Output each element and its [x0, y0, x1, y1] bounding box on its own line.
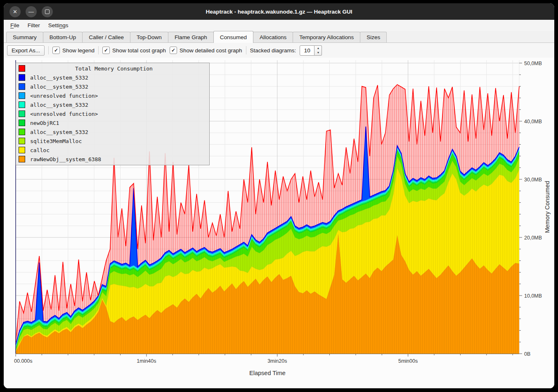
legend-item: sqlite3MemMalloc — [16, 136, 209, 146]
legend-label: alloc__system_5332 — [30, 129, 88, 135]
legend-item: <unresolved function> — [16, 91, 209, 100]
legend-swatch — [19, 120, 25, 126]
stacked-diagrams-label: Stacked diagrams: — [250, 47, 296, 54]
legend-label: <unresolved function> — [30, 111, 98, 117]
chart-area: 00.000s1min40s3min20s5min00s0B10,0MB20,0… — [4, 58, 554, 388]
svg-text:20,0MB: 20,0MB — [524, 235, 542, 241]
legend-swatch — [19, 147, 25, 153]
svg-text:00.000s: 00.000s — [14, 358, 32, 364]
legend-swatch — [19, 101, 25, 108]
heaptrack-window: ✕— Heaptrack - heaptrack.wakunode.1.gz —… — [4, 3, 554, 388]
tab-summary[interactable]: Summary — [6, 32, 43, 42]
svg-text:10,0MB: 10,0MB — [524, 293, 542, 299]
legend-swatch — [19, 83, 25, 90]
legend-item: Total Memory Consumption — [16, 64, 209, 73]
tab-flame-graph[interactable]: Flame Graph — [168, 32, 214, 42]
checkbox-show-legend[interactable]: ✓Show legend — [52, 47, 95, 54]
checkbox-label: Show detailed cost graph — [180, 47, 242, 54]
legend-swatch — [19, 74, 25, 81]
stacked-diagrams-value[interactable]: 10 — [300, 45, 314, 56]
svg-text:5min00s: 5min00s — [398, 358, 418, 364]
checkbox-show-total-cost-graph[interactable]: ✓Show total cost graph — [102, 47, 166, 54]
legend-label: sqlite3MemMalloc — [30, 138, 82, 144]
svg-text:1min40s: 1min40s — [137, 358, 156, 364]
toolbar-separator — [98, 46, 99, 54]
toolbar: Export As... ✓Show legend✓Show total cos… — [4, 43, 554, 58]
legend-label: alloc__system_5332 — [30, 75, 88, 81]
svg-text:0B: 0B — [524, 351, 530, 357]
stacked-diagrams-spinbox[interactable]: 10 ▲ ▼ — [300, 45, 322, 56]
window-controls: ✕— — [9, 3, 53, 20]
legend-item: newObjRC1 — [16, 118, 209, 127]
legend-item: rawNewObj__system_6388 — [16, 155, 209, 164]
svg-text:40,0MB: 40,0MB — [524, 119, 542, 124]
y-axis-title: Memory Consumed — [544, 181, 551, 233]
menubar: FileFilterSettings — [4, 20, 554, 31]
tab-bar: SummaryBottom-UpCaller / CalleeTop-DownF… — [4, 31, 554, 43]
legend-swatch — [19, 65, 25, 72]
toolbar-separator — [48, 46, 49, 54]
legend-swatch — [19, 156, 25, 162]
legend-item: alloc__system_5332 — [16, 82, 209, 91]
x-axis-title: Elapsed Time — [249, 370, 286, 376]
tab-caller-callee[interactable]: Caller / Callee — [82, 32, 130, 42]
toolbar-separator — [246, 46, 246, 54]
tab-top-down[interactable]: Top-Down — [130, 32, 168, 42]
legend-label: alloc__system_5332 — [30, 84, 88, 90]
close-button[interactable]: ✕ — [9, 6, 21, 17]
legend-label: rawNewObj__system_6388 — [30, 156, 101, 162]
titlebar[interactable]: ✕— Heaptrack - heaptrack.wakunode.1.gz —… — [4, 3, 554, 20]
spinbox-buttons: ▲ ▼ — [314, 45, 322, 56]
checkbox-show-detailed-cost-graph[interactable]: ✓Show detailed cost graph — [170, 47, 242, 54]
checkbox-label: Show legend — [62, 47, 95, 54]
tab-sizes[interactable]: Sizes — [360, 32, 387, 42]
window-title: Heaptrack - heaptrack.wakunode.1.gz — He… — [4, 9, 554, 15]
legend-swatch — [19, 110, 25, 117]
checkbox-icon[interactable]: ✓ — [170, 47, 177, 54]
tab-temporary-allocations[interactable]: Temporary Allocations — [293, 32, 360, 42]
checkbox-icon[interactable]: ✓ — [102, 47, 110, 54]
legend-item: alloc__system_5332 — [16, 73, 209, 82]
menu-filter[interactable]: Filter — [24, 20, 44, 31]
legend-item: alloc__system_5332 — [16, 127, 209, 136]
tab-bottom-up[interactable]: Bottom-Up — [43, 32, 83, 42]
checkbox-group: ✓Show legend✓Show total cost graph✓Show … — [52, 46, 242, 54]
legend-item: <unresolved function> — [16, 109, 209, 118]
legend-item: calloc — [16, 146, 209, 155]
svg-text:3min20s: 3min20s — [267, 358, 287, 364]
tab-allocations[interactable]: Allocations — [253, 32, 293, 42]
checkbox-label: Show total cost graph — [112, 47, 166, 54]
menu-file[interactable]: File — [6, 20, 24, 31]
svg-text:50,0MB: 50,0MB — [524, 61, 542, 66]
tab-consumed[interactable]: Consumed — [213, 31, 253, 43]
legend-swatch — [19, 138, 25, 144]
legend-swatch — [19, 129, 25, 135]
chart-legend: Total Memory Consumptionalloc__system_53… — [16, 63, 210, 165]
legend-label: calloc — [30, 147, 50, 153]
menu-settings[interactable]: Settings — [44, 20, 73, 31]
checkbox-icon[interactable]: ✓ — [52, 47, 60, 54]
legend-swatch — [19, 92, 25, 99]
svg-text:30,0MB: 30,0MB — [524, 177, 542, 183]
maximize-icon — [45, 9, 50, 14]
export-as-button[interactable]: Export As... — [7, 45, 45, 56]
legend-label: newObjRC1 — [30, 120, 59, 126]
legend-label: <unresolved function> — [30, 93, 98, 99]
spin-down-icon[interactable]: ▼ — [314, 50, 322, 55]
legend-label: Total Memory Consumption — [30, 66, 209, 72]
minimize-button[interactable]: — — [26, 6, 37, 17]
spin-up-icon[interactable]: ▲ — [314, 46, 322, 51]
legend-item: alloc__system_5332 — [16, 100, 209, 109]
legend-label: alloc__system_5332 — [30, 102, 88, 108]
maximize-button[interactable] — [42, 6, 53, 17]
